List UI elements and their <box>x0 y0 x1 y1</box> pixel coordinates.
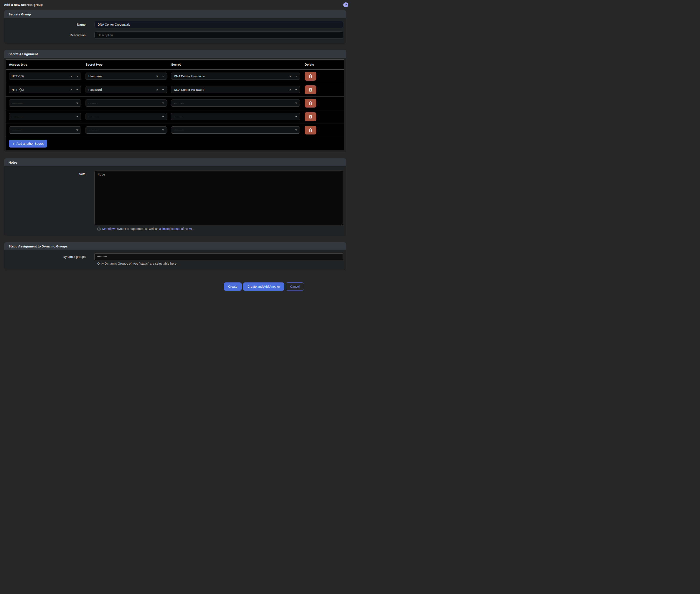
access-type-select[interactable]: --------- <box>9 100 81 107</box>
secret-assignment-panel: Secret Assignment Access type Secret typ… <box>4 50 346 153</box>
dynamic-groups-label: Dynamic groups <box>7 255 85 259</box>
chevron-down-icon <box>162 130 164 131</box>
delete-row-button[interactable] <box>305 126 316 134</box>
secrets-group-panel: Secrets Group Name Description <box>4 10 346 44</box>
add-another-secret-label: Add another Secret <box>16 142 44 145</box>
chevron-down-icon <box>162 76 164 77</box>
secret-type-select[interactable]: --------- <box>85 100 167 107</box>
chevron-down-icon <box>295 89 297 90</box>
secret-select[interactable]: DNA Center Password × <box>171 86 300 93</box>
chevron-down-icon <box>295 116 297 117</box>
secret-type-select[interactable]: --------- <box>85 127 167 134</box>
chevron-down-icon <box>295 76 297 77</box>
secret-type-select[interactable]: Password × <box>85 86 167 93</box>
column-access-type: Access type <box>9 63 81 66</box>
top-bar: Add a new secrets group ? <box>0 0 350 10</box>
secret-type-select[interactable]: --------- <box>85 113 167 120</box>
notes-panel: Notes Note i Markdown syntax is supporte… <box>4 158 346 236</box>
chevron-down-icon <box>76 103 78 104</box>
dynamic-groups-helper: Only Dynamic Groups of type "static" are… <box>97 262 343 265</box>
chevron-down-icon <box>76 116 78 117</box>
delete-row-button[interactable] <box>305 86 316 94</box>
chevron-down-icon <box>162 103 164 104</box>
column-secret: Secret <box>171 63 300 66</box>
chevron-down-icon <box>162 116 164 117</box>
chevron-down-icon <box>295 130 297 131</box>
secrets-group-header: Secrets Group <box>4 10 346 18</box>
info-icon: i <box>97 227 101 231</box>
access-type-select[interactable]: HTTP(S) × <box>9 72 81 80</box>
markdown-helper: i Markdown syntax is supported, as well … <box>97 227 343 231</box>
notes-header: Notes <box>4 158 346 166</box>
secret-assignment-table: Access type Secret type Secret Delete HT… <box>6 60 344 150</box>
table-row: HTTP(S) × Password × DNA Center Password… <box>6 83 344 96</box>
secret-select[interactable]: DNA Center Username × <box>171 72 300 80</box>
access-type-select[interactable]: --------- <box>9 127 81 134</box>
table-row: HTTP(S) × Username × DNA Center Username… <box>6 69 344 83</box>
clear-icon[interactable]: × <box>71 75 72 78</box>
html-subset-link[interactable]: a limited subset of HTML <box>159 227 193 231</box>
create-and-add-another-button[interactable]: Create and Add Another <box>243 283 284 291</box>
secret-select[interactable]: --------- <box>171 100 300 107</box>
static-assignment-header: Static Assignment to Dynamic Groups <box>4 242 346 250</box>
page-title: Add a new secrets group <box>4 3 350 6</box>
trash-icon <box>308 87 313 92</box>
name-input[interactable] <box>95 21 343 28</box>
clear-icon[interactable]: × <box>289 88 291 91</box>
secret-select[interactable]: --------- <box>171 113 300 120</box>
clear-icon[interactable]: × <box>156 75 158 78</box>
chevron-down-icon <box>295 103 297 104</box>
markdown-link[interactable]: Markdown <box>102 227 116 231</box>
description-label: Description <box>7 33 85 37</box>
add-another-secret-button[interactable]: + Add another Secret <box>9 140 47 147</box>
trash-icon <box>308 128 313 133</box>
chevron-down-icon <box>76 89 78 90</box>
secret-type-select[interactable]: Username × <box>85 72 167 80</box>
helper-middle-text: syntax is supported, as well as <box>116 227 160 231</box>
clear-icon[interactable]: × <box>156 88 158 91</box>
trash-icon <box>308 74 313 79</box>
secret-select[interactable]: --------- <box>171 127 300 134</box>
clear-icon[interactable]: × <box>71 88 72 91</box>
column-delete: Delete <box>305 63 341 66</box>
chevron-down-icon <box>76 130 78 131</box>
access-type-select[interactable]: HTTP(S) × <box>9 86 81 93</box>
column-secret-type: Secret type <box>85 63 167 66</box>
dynamic-groups-select[interactable]: --------- <box>95 253 343 260</box>
table-header-row: Access type Secret type Secret Delete <box>6 60 344 69</box>
chevron-down-icon <box>162 89 164 90</box>
help-icon[interactable]: ? <box>343 2 348 7</box>
cancel-button[interactable]: Cancel <box>286 283 304 291</box>
note-label: Note <box>7 170 85 176</box>
delete-row-button[interactable] <box>305 72 316 80</box>
access-type-select[interactable]: --------- <box>9 113 81 120</box>
trash-icon <box>308 101 313 106</box>
create-button[interactable]: Create <box>224 283 242 291</box>
delete-row-button[interactable] <box>305 99 316 107</box>
table-row: --------- --------- --------- <box>6 123 344 137</box>
chevron-down-icon <box>76 76 78 77</box>
delete-row-button[interactable] <box>305 112 316 121</box>
add-secret-row: + Add another Secret <box>6 137 344 150</box>
description-input[interactable] <box>95 32 343 39</box>
table-row: --------- --------- --------- <box>6 96 344 110</box>
note-textarea[interactable] <box>95 170 343 225</box>
clear-icon[interactable]: × <box>289 75 291 78</box>
helper-end-text: . <box>193 227 194 231</box>
secret-assignment-header: Secret Assignment <box>4 50 346 58</box>
name-label: Name <box>7 23 85 26</box>
table-row: --------- --------- --------- <box>6 110 344 123</box>
static-assignment-panel: Static Assignment to Dynamic Groups Dyna… <box>4 242 346 270</box>
plus-icon: + <box>12 142 15 145</box>
form-actions: Create Create and Add Another Cancel <box>0 276 350 295</box>
trash-icon <box>308 114 313 119</box>
